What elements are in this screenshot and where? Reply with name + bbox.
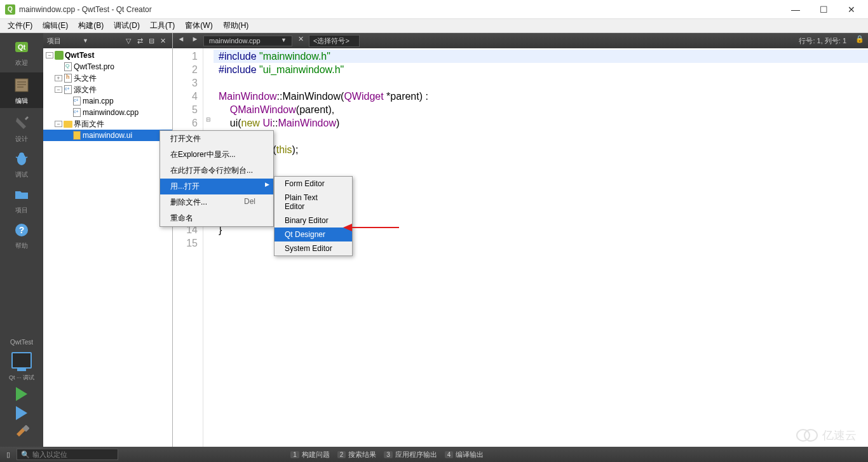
svg-marker-15 [343, 224, 352, 231]
context-menu: 打开文件 在Explorer中显示... 在此打开命令行控制台... 用...打… [159, 130, 274, 227]
qt-logo-icon: Qt [13, 38, 31, 56]
collapse-icon[interactable]: − [55, 86, 62, 93]
tree-main-label: main.cpp [83, 97, 114, 105]
tree-sources-label: 源文件 [74, 85, 97, 95]
project-header-title: 项目 [47, 36, 81, 46]
collapse-icon[interactable]: − [55, 121, 62, 127]
qt-project-icon [55, 51, 64, 60]
svg-text:?: ? [19, 225, 25, 235]
svg-text:Qt: Qt [18, 43, 26, 51]
menu-debug[interactable]: 调试(D) [109, 19, 145, 32]
fold-gutter: ⊟ [203, 48, 214, 447]
sync-button[interactable]: ⇄ [134, 37, 146, 45]
cm-rename[interactable]: 重命名 [160, 210, 273, 226]
run-button[interactable] [16, 387, 27, 401]
status-bar: ▯ 🔍 输入以定位 1构建问题 2搜索结果 3应用程序输出 4编译输出 [0, 447, 868, 462]
tree-headers-folder[interactable]: + 头文件 [43, 72, 172, 84]
submenu-plain-text-editor[interactable]: Plain Text Editor [275, 191, 352, 214]
panel-app-output[interactable]: 3应用程序输出 [384, 450, 437, 459]
watermark-icon [796, 428, 818, 442]
tree-ui-label: mainwindow.ui [83, 131, 132, 140]
toggle-sidebar-button[interactable]: ▯ [0, 451, 17, 459]
project-tree: − QwtTest QwtTest.pro + 头文件 − 源文件 main.c… [43, 48, 172, 447]
submenu-form-editor[interactable]: Form Editor [275, 177, 352, 191]
tree-pro-label: QwtTest.pro [74, 62, 114, 71]
panel-search-results[interactable]: 2搜索结果 [337, 450, 377, 459]
close-panel-button[interactable]: ✕ [157, 37, 168, 45]
collapse-icon[interactable]: − [46, 52, 53, 58]
watermark-text: 亿速云 [822, 428, 857, 443]
svg-rect-13 [55, 51, 64, 60]
lock-button[interactable]: 🔒 [854, 35, 865, 46]
context-submenu-open-with: Form Editor Plain Text Editor Binary Edi… [274, 176, 353, 256]
kit-name: QwtTest [10, 339, 33, 346]
tree-main-cpp[interactable]: main.cpp [43, 95, 172, 107]
tree-root[interactable]: − QwtTest [43, 50, 172, 61]
cm-open-terminal[interactable]: 在此打开命令行控制台... [160, 163, 273, 179]
sidebar-design[interactable]: 设计 [11, 113, 32, 144]
title-bar: Q mainwindow.cpp - QwtTest - Qt Creator … [0, 0, 868, 19]
project-panel-header: 项目 ▼ ▽ ⇄ ⊟ ✕ [43, 33, 172, 48]
menu-file[interactable]: 文件(F) [3, 19, 37, 32]
cm-delete-file[interactable]: 删除文件...Del [160, 194, 273, 210]
filter-button[interactable]: ▽ [123, 37, 134, 45]
svg-point-17 [804, 430, 817, 441]
tree-root-label: QwtTest [65, 51, 94, 60]
expand-icon[interactable]: + [55, 75, 62, 81]
menu-edit[interactable]: 编辑(E) [37, 19, 73, 32]
dropdown-icon[interactable]: ▼ [83, 37, 88, 44]
split-button[interactable]: ⊟ [146, 37, 157, 45]
sidebar-welcome-label: 欢迎 [15, 58, 28, 67]
sidebar-project[interactable]: 项目 [11, 184, 32, 215]
submenu-qt-designer[interactable]: Qt Designer [275, 228, 352, 241]
minimize-button[interactable]: — [789, 4, 802, 15]
sidebar-edit-label: 编辑 [15, 97, 28, 105]
menu-window[interactable]: 窗体(W) [180, 19, 217, 32]
sidebar-edit[interactable]: 编辑 [0, 72, 43, 108]
qt-app-icon: Q [5, 4, 15, 15]
tree-pro-file[interactable]: QwtTest.pro [43, 61, 172, 72]
tree-forms-folder[interactable]: − 界面文件 [43, 118, 172, 130]
cm-open-file[interactable]: 打开文件 [160, 131, 273, 147]
folder-icon [13, 186, 30, 203]
nav-forward-button[interactable]: ► [189, 35, 201, 46]
submenu-binary-editor[interactable]: Binary Editor [275, 214, 352, 228]
left-sidebar: Qt 欢迎 编辑 设计 调试 项目 ? 帮助 QwtTest Qt ··· 调试 [0, 33, 43, 447]
cm-open-with[interactable]: 用...打开▶ [160, 179, 273, 194]
submenu-system-editor[interactable]: System Editor [275, 241, 352, 255]
tree-mainwindow-ui[interactable]: mainwindow.ui [43, 130, 172, 141]
cursor-position: 行号: 1, 列号: 1 [794, 36, 851, 46]
design-icon [13, 115, 30, 132]
sidebar-help-label: 帮助 [15, 241, 28, 250]
current-file-label: mainwindow.cpp [209, 37, 261, 44]
tree-mainwindow-cpp[interactable]: mainwindow.cpp [43, 107, 172, 118]
svg-rect-2 [15, 79, 28, 92]
tree-sources-folder[interactable]: − 源文件 [43, 84, 172, 95]
close-button[interactable]: ✕ [845, 4, 858, 15]
sidebar-debug[interactable]: 调试 [11, 149, 32, 179]
close-file-button[interactable]: ✕ [295, 35, 306, 46]
menu-help[interactable]: 帮助(H) [218, 19, 254, 32]
menu-tools[interactable]: 工具(T) [145, 19, 180, 32]
cm-show-in-explorer[interactable]: 在Explorer中显示... [160, 147, 273, 163]
edit-icon [13, 77, 30, 93]
sidebar-welcome[interactable]: Qt 欢迎 [11, 37, 32, 67]
monitor-icon[interactable] [11, 352, 32, 369]
editor-toolbar: ◄ ► mainwindow.cpp ▼ ✕ <选择符号> 行号: 1, 列号:… [173, 33, 868, 48]
debug-run-button[interactable] [16, 406, 27, 420]
bug-icon [13, 151, 30, 167]
source-folder-icon [64, 85, 72, 94]
cpp-file-icon [73, 97, 81, 105]
build-button[interactable] [14, 425, 29, 440]
locator-input[interactable]: 🔍 输入以定位 [17, 449, 118, 460]
file-selector[interactable]: mainwindow.cpp ▼ [203, 36, 292, 46]
maximize-button[interactable]: ☐ [817, 4, 830, 15]
nav-back-button[interactable]: ◄ [175, 35, 187, 46]
ui-file-icon [73, 131, 81, 140]
symbol-selector[interactable]: <选择符号> [309, 35, 360, 47]
svg-point-7 [19, 153, 24, 158]
menu-build[interactable]: 构建(B) [73, 19, 109, 32]
panel-build-issues[interactable]: 1构建问题 [290, 450, 330, 459]
sidebar-help[interactable]: ? 帮助 [11, 220, 32, 250]
panel-compile-output[interactable]: 4编译输出 [445, 450, 484, 459]
